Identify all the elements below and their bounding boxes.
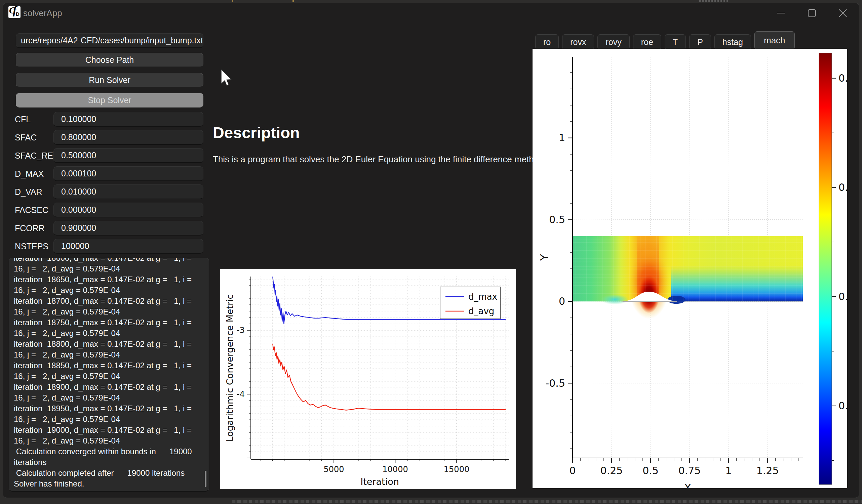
svg-text:-0.5: -0.5	[545, 377, 565, 389]
input-file-path-field[interactable]	[16, 33, 204, 48]
svg-text:0.6: 0.6	[838, 72, 847, 84]
param-sfac-label: SFAC	[15, 130, 37, 145]
window-controls	[766, 3, 858, 23]
maximize-icon	[807, 8, 817, 18]
tab-p[interactable]: P	[689, 34, 711, 50]
param-cfl-input[interactable]	[53, 112, 204, 127]
svg-text:0.25: 0.25	[600, 465, 623, 476]
log-line: 16, j = 2, d_avg = 0.579E-04	[14, 371, 204, 382]
svg-text:Logarithmic Convergence Metric: Logarithmic Convergence Metric	[225, 294, 235, 442]
param-fcorr-label: FCORR	[15, 221, 45, 236]
svg-text:-3: -3	[237, 326, 245, 335]
svg-text:0.3: 0.3	[838, 400, 847, 412]
log-line: 16, j = 2, d_avg = 0.579E-04	[14, 349, 204, 360]
svg-text:0.5: 0.5	[642, 465, 658, 476]
log-line: Calculation converged within bounds in 1…	[14, 446, 204, 457]
svg-text:0.4: 0.4	[838, 291, 847, 302]
choose-path-button[interactable]: Choose Path	[16, 53, 204, 67]
background-window-artifact-bottom	[232, 500, 862, 503]
param-nsteps-label: NSTEPS	[15, 239, 49, 254]
param-d-var-label: D_VAR	[15, 184, 42, 199]
param-d-var-input[interactable]	[53, 184, 204, 199]
tab-hstag[interactable]: hstag	[715, 34, 751, 50]
param-nsteps-input[interactable]	[53, 239, 204, 254]
svg-text:1: 1	[726, 465, 732, 476]
close-button[interactable]	[827, 3, 858, 23]
svg-text:1.25: 1.25	[756, 465, 779, 476]
log-line: iteration 18800, d_max = 0.147E-02 at g …	[14, 339, 204, 349]
log-line: iteration 19000, d_max = 0.147E-02 at g …	[14, 425, 204, 436]
svg-text:Iteration: Iteration	[361, 476, 399, 487]
log-line: Solver has finished.	[14, 478, 204, 489]
log-line: iteration 18900, d_max = 0.147E-02 at g …	[14, 382, 204, 393]
mouse-cursor-icon	[221, 69, 234, 87]
param-sfac-input[interactable]	[53, 130, 204, 145]
tab-mach[interactable]: mach	[754, 31, 795, 50]
stop-solver-button[interactable]: Stop Solver	[16, 93, 204, 107]
log-scrollbar-thumb[interactable]	[205, 471, 206, 487]
param-fcorr-input[interactable]	[53, 221, 204, 236]
tab-ro[interactable]: ro	[535, 34, 559, 50]
svg-text:5000: 5000	[323, 465, 344, 474]
solver-log-output[interactable]: iteration 18600, d_max = 0.147E-02 at g …	[9, 258, 209, 492]
mach-contour-plot: -0.500.5100.250.50.7511.25YX0.30.40.50.6	[533, 49, 847, 488]
description-text: This is a program that solves the 2D Eul…	[213, 154, 546, 165]
svg-text:15000: 15000	[444, 465, 469, 474]
svg-text:0: 0	[569, 465, 576, 476]
svg-text:0: 0	[559, 295, 565, 307]
log-line: iterations	[14, 457, 204, 468]
close-icon	[838, 8, 848, 18]
log-line: 16, j = 2, d_avg = 0.579E-04	[14, 393, 204, 403]
svg-text:Y: Y	[538, 254, 551, 261]
param-facsec-input[interactable]	[53, 203, 204, 217]
description-heading: Description	[213, 123, 300, 142]
solver-log-text: iteration 18600, d_max = 0.147E-02 at g …	[14, 258, 204, 489]
param-sfac-res-label: SFAC_RES	[15, 148, 59, 163]
param-d-max-label: D_MAX	[15, 166, 44, 181]
svg-text:-4: -4	[237, 389, 245, 399]
minimize-button[interactable]	[766, 3, 796, 23]
minimize-icon	[776, 8, 786, 18]
mach-contour-card: -0.500.5100.250.50.7511.25YX0.30.40.50.6	[533, 49, 847, 488]
maximize-button[interactable]	[796, 3, 827, 23]
param-cfl-label: CFL	[15, 112, 30, 127]
tab-rovx[interactable]: rovx	[562, 34, 594, 50]
log-line: iteration 18750, d_max = 0.147E-02 at g …	[14, 317, 204, 328]
param-sfac-res-input[interactable]	[53, 148, 204, 163]
log-line: 16, j = 2, d_avg = 0.579E-04	[14, 414, 204, 425]
log-line: 16, j = 2, d_avg = 0.579E-04	[14, 436, 204, 446]
app-logo-icon: CfD	[9, 6, 21, 18]
run-solver-button[interactable]: Run Solver	[16, 73, 204, 87]
tab-t[interactable]: T	[665, 34, 686, 50]
svg-text:0.75: 0.75	[678, 465, 701, 476]
svg-text:X: X	[684, 481, 692, 488]
log-line: iteration 18950, d_max = 0.147E-02 at g …	[14, 403, 204, 414]
param-facsec-label: FACSEC	[15, 203, 49, 217]
field-tab-bar: ro rovx rovy roe T P hstag mach	[535, 31, 795, 50]
svg-text:0.5: 0.5	[549, 214, 565, 225]
convergence-plot-card: 50001000015000-3-4d_maxd_avgIterationLog…	[220, 269, 516, 489]
window-title: solverApp	[23, 8, 62, 18]
svg-text:d_avg: d_avg	[468, 306, 494, 316]
svg-text:d_max: d_max	[468, 292, 497, 302]
svg-text:0.5: 0.5	[838, 182, 847, 193]
convergence-plot: 50001000015000-3-4d_maxd_avgIterationLog…	[220, 269, 516, 489]
app-window: CfD solverApp Choose Path Run Solver Sto…	[3, 3, 859, 498]
background-window-artifact-top	[202, 0, 343, 2]
log-line: iteration 18850, d_max = 0.147E-02 at g …	[14, 360, 204, 371]
svg-text:10000: 10000	[382, 465, 408, 474]
background-window-artifact-top-right	[699, 0, 730, 2]
log-line: 16, j = 2, d_avg = 0.579E-04	[14, 263, 204, 274]
param-d-max-input[interactable]	[53, 166, 204, 181]
tab-roe[interactable]: roe	[633, 34, 661, 50]
svg-text:1: 1	[559, 132, 565, 144]
log-line: iteration 18650, d_max = 0.147E-02 at g …	[14, 274, 204, 285]
log-line: iteration 18700, d_max = 0.147E-02 at g …	[14, 296, 204, 306]
tab-rovy[interactable]: rovy	[598, 34, 629, 50]
log-line: 16, j = 2, d_avg = 0.579E-04	[14, 306, 204, 317]
log-line: 16, j = 2, d_avg = 0.579E-04	[14, 328, 204, 339]
log-line: Calculation completed after 19000 iterat…	[14, 468, 204, 478]
log-line: 16, j = 2, d_avg = 0.579E-04	[14, 285, 204, 296]
log-line: iteration 18600, d_max = 0.147E-02 at g …	[14, 258, 204, 263]
